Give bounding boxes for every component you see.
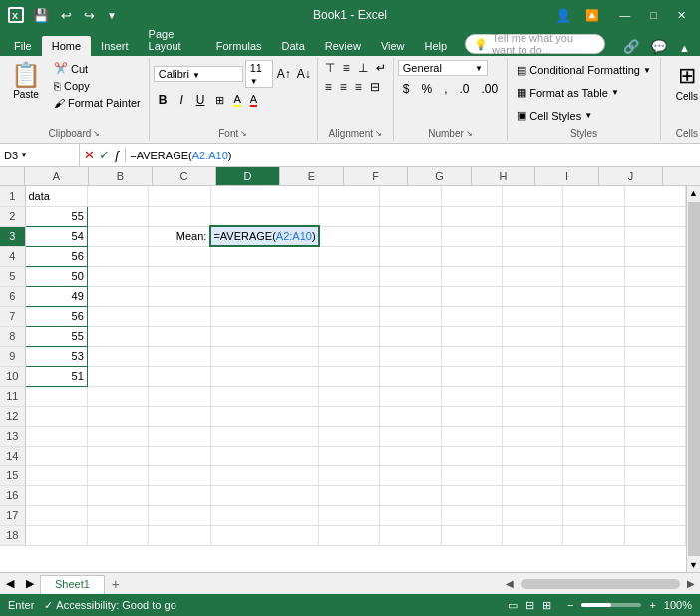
zoom-out-button[interactable]: − — [567, 599, 573, 611]
cell-F8[interactable] — [380, 326, 441, 346]
cell-H9[interactable] — [503, 346, 563, 366]
cell-E4[interactable] — [319, 246, 380, 266]
cell-E16[interactable] — [319, 485, 380, 505]
cell-H15[interactable] — [503, 465, 563, 485]
cell-I5[interactable] — [563, 266, 624, 286]
minimize-button[interactable]: — — [613, 7, 636, 23]
cell-F4[interactable] — [380, 246, 441, 266]
cell-F15[interactable] — [380, 465, 441, 485]
sheet-tab-sheet1[interactable]: Sheet1 — [40, 575, 105, 594]
cell-H18[interactable] — [503, 525, 563, 545]
cell-A12[interactable] — [25, 406, 87, 426]
cell-C16[interactable] — [149, 485, 211, 505]
zoom-in-button[interactable]: + — [649, 599, 655, 611]
cell-I8[interactable] — [563, 326, 624, 346]
cells-button[interactable]: ⊞ Cells — [665, 60, 700, 105]
cell-H8[interactable] — [503, 326, 563, 346]
cell-E7[interactable] — [319, 306, 380, 326]
cell-B16[interactable] — [87, 485, 148, 505]
row-number-6[interactable]: 6 — [0, 286, 25, 306]
cell-G12[interactable] — [441, 406, 502, 426]
tab-view[interactable]: View — [371, 36, 415, 56]
cell-A6[interactable]: 49 — [25, 286, 87, 306]
cell-G8[interactable] — [441, 326, 502, 346]
cell-C14[interactable] — [149, 446, 211, 465]
merge-cells-button[interactable]: ⊟ — [367, 79, 383, 95]
cell-F14[interactable] — [380, 446, 441, 465]
cell-D13[interactable] — [210, 426, 318, 446]
vertical-scrollbar[interactable]: ▲ ▼ — [686, 186, 700, 572]
h-scroll-thumb[interactable] — [521, 579, 680, 589]
cell-B6[interactable] — [87, 286, 148, 306]
row-number-8[interactable]: 8 — [0, 326, 25, 346]
cell-J16[interactable] — [624, 485, 685, 505]
cell-H16[interactable] — [503, 485, 563, 505]
maximize-button[interactable]: □ — [644, 7, 663, 23]
increase-decimal-button[interactable]: .00 — [477, 80, 504, 98]
cell-H10[interactable] — [503, 366, 563, 386]
cell-D17[interactable] — [210, 505, 318, 525]
copy-button[interactable]: ⎘Copy — [50, 78, 145, 94]
cell-I17[interactable] — [563, 505, 624, 525]
redo-qat-button[interactable]: ↪ — [81, 6, 98, 25]
scroll-sheet-right-button[interactable]: ▶ — [20, 573, 40, 594]
cell-A4[interactable]: 56 — [25, 246, 87, 266]
tab-insert[interactable]: Insert — [91, 36, 139, 56]
cell-D8[interactable] — [210, 326, 318, 346]
cell-H13[interactable] — [503, 426, 563, 446]
cell-E11[interactable] — [319, 386, 380, 406]
bold-button[interactable]: B — [154, 91, 173, 109]
tab-help[interactable]: Help — [415, 36, 458, 56]
conditional-formatting-button[interactable]: ▤ Conditional Formatting ▼ — [514, 63, 654, 78]
row-number-9[interactable]: 9 — [0, 346, 25, 366]
cell-B15[interactable] — [87, 465, 148, 485]
tab-file[interactable]: File — [4, 36, 42, 56]
cell-C11[interactable] — [149, 386, 211, 406]
cell-B9[interactable] — [87, 346, 148, 366]
cell-styles-button[interactable]: ▣ Cell Styles ▼ — [514, 108, 595, 123]
cell-F13[interactable] — [380, 426, 441, 446]
cell-I9[interactable] — [563, 346, 624, 366]
undo-qat-button[interactable]: ↩ — [58, 6, 75, 25]
cell-F5[interactable] — [380, 266, 441, 286]
cell-F17[interactable] — [380, 505, 441, 525]
cell-C10[interactable] — [149, 366, 211, 386]
zoom-slider[interactable] — [581, 603, 641, 607]
tell-me-box[interactable]: 💡 Tell me what you want to do... — [457, 32, 613, 56]
cell-D9[interactable] — [210, 346, 318, 366]
cell-J18[interactable] — [624, 525, 685, 545]
cell-B5[interactable] — [87, 266, 148, 286]
tell-me-input[interactable]: 💡 Tell me what you want to do... — [465, 34, 605, 54]
cell-A7[interactable]: 56 — [25, 306, 87, 326]
cell-I2[interactable] — [563, 206, 624, 226]
row-number-18[interactable]: 18 — [0, 525, 25, 545]
cell-G3[interactable] — [441, 226, 502, 246]
cell-A10[interactable]: 51 — [25, 366, 87, 386]
cell-I15[interactable] — [563, 465, 624, 485]
cell-J7[interactable] — [624, 306, 685, 326]
cell-D2[interactable] — [210, 206, 318, 226]
row-number-12[interactable]: 12 — [0, 406, 25, 426]
row-number-4[interactable]: 4 — [0, 246, 25, 266]
cell-B4[interactable] — [87, 246, 148, 266]
cell-C13[interactable] — [149, 426, 211, 446]
cell-H11[interactable] — [503, 386, 563, 406]
cell-E18[interactable] — [319, 525, 380, 545]
customize-qat-button[interactable]: ▼ — [104, 8, 120, 23]
wrap-text-button[interactable]: ↵ — [373, 60, 389, 76]
cell-G13[interactable] — [441, 426, 502, 446]
cell-D7[interactable] — [210, 306, 318, 326]
cell-I10[interactable] — [563, 366, 624, 386]
scroll-sheet-left-button[interactable]: ◀ — [0, 573, 20, 594]
cell-D1[interactable] — [210, 186, 318, 206]
cell-G6[interactable] — [441, 286, 502, 306]
align-top-button[interactable]: ⊤ — [322, 60, 338, 76]
cell-I13[interactable] — [563, 426, 624, 446]
cell-E1[interactable] — [319, 186, 380, 206]
cell-D5[interactable] — [210, 266, 318, 286]
cell-D15[interactable] — [210, 465, 318, 485]
cell-C17[interactable] — [149, 505, 211, 525]
cell-E17[interactable] — [319, 505, 380, 525]
font-name-dropdown[interactable]: Calibri ▼ — [154, 66, 243, 82]
comma-button[interactable]: , — [439, 80, 452, 98]
